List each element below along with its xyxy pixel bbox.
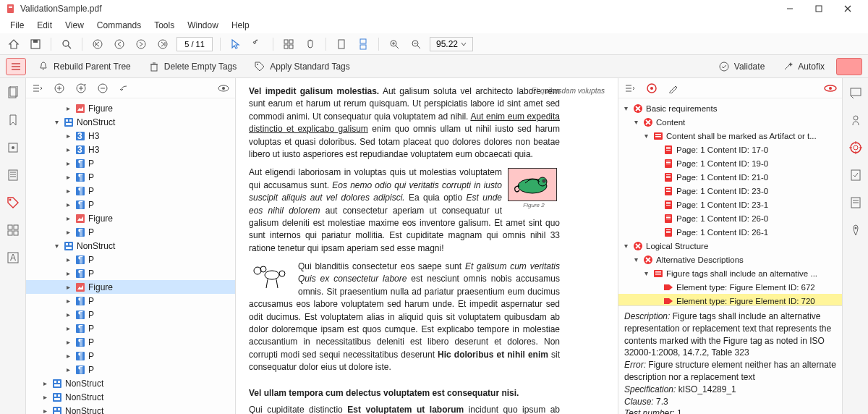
- forms-tab[interactable]: [847, 166, 864, 184]
- single-page-button[interactable]: [333, 36, 349, 52]
- continuous-page-button[interactable]: [355, 36, 371, 52]
- home-button[interactable]: [6, 36, 22, 52]
- tag-tree-row[interactable]: ▸NonStruct: [26, 390, 235, 404]
- bookmarks-tab[interactable]: [4, 111, 22, 129]
- autofix-button[interactable]: Autofix: [776, 59, 830, 75]
- validation-tree-row[interactable]: ·Page: 1 Content ID: 23-1: [618, 198, 842, 211]
- zoom-in-button[interactable]: [386, 36, 402, 52]
- save-button[interactable]: [27, 36, 43, 52]
- prev-page-button[interactable]: [111, 36, 127, 52]
- validation-tree-row[interactable]: ·Page: 1 Content ID: 17-0: [618, 143, 842, 156]
- tag-tree-row[interactable]: ▸Figure: [26, 280, 235, 294]
- destinations-tab[interactable]: [4, 139, 22, 156]
- tag-tree-row[interactable]: ▸¶P: [26, 253, 235, 266]
- minimize-button[interactable]: [775, 0, 804, 17]
- tag-tree-row[interactable]: ▸¶P: [26, 363, 235, 376]
- annotations-tab[interactable]: [847, 84, 864, 101]
- validation-tree-row[interactable]: ▾Alternative Descriptions: [618, 253, 842, 266]
- validation-tree-row[interactable]: ▾Basic requirements: [618, 101, 842, 115]
- validation-tree-row[interactable]: ▾Content shall be marked as Artifact or …: [618, 129, 842, 143]
- svg-rect-111: [54, 381, 56, 383]
- tag-tree-row[interactable]: ▸¶P: [26, 308, 235, 321]
- tag-tree-row[interactable]: ▸¶P: [26, 294, 235, 308]
- val-target-icon[interactable]: [644, 81, 659, 96]
- visibility-toggle-icon[interactable]: [216, 81, 231, 96]
- cursor-tool-button[interactable]: [228, 36, 244, 52]
- rebuild-parent-tree-button[interactable]: Rebuild Parent Tree: [32, 59, 137, 75]
- val-eye-icon[interactable]: [823, 81, 838, 96]
- page-icon: [663, 214, 673, 224]
- tag-tree-row[interactable]: ▸NonStruct: [26, 376, 235, 390]
- validation-tree-row[interactable]: ·Page: 1 Content ID: 19-0: [618, 156, 842, 170]
- tag-tree-row[interactable]: ▸¶P: [26, 225, 235, 239]
- collapse-toggle-icon[interactable]: [30, 81, 45, 96]
- add-tag-button[interactable]: [52, 81, 67, 96]
- next-page-button[interactable]: [133, 36, 149, 52]
- undo-button[interactable]: [117, 81, 132, 96]
- val-collapse-icon[interactable]: [623, 81, 637, 96]
- fonts-tab[interactable]: A: [4, 249, 22, 266]
- validation-panel-toggle[interactable]: [836, 58, 862, 75]
- tags-tab[interactable]: [4, 194, 22, 211]
- delete-empty-tags-button[interactable]: Delete Empty Tags: [142, 59, 243, 75]
- menu-file[interactable]: File: [4, 19, 30, 32]
- menu-edit[interactable]: Edit: [31, 19, 58, 32]
- menu-tools[interactable]: Tools: [148, 19, 180, 32]
- tag-tree-row[interactable]: ▸Figure: [26, 101, 235, 115]
- validation-tree-row[interactable]: ·Element type: Figure Element ID: 720: [618, 294, 842, 305]
- security-tab[interactable]: [847, 194, 864, 211]
- add-sibling-button[interactable]: [74, 81, 88, 96]
- tag-tree-row[interactable]: ▸NonStruct: [26, 404, 235, 414]
- validation-tree-row[interactable]: ▾Logical Structure: [618, 239, 842, 253]
- zoom-out-button[interactable]: [408, 36, 424, 52]
- tag-tree-row[interactable]: ▸¶P: [26, 156, 235, 170]
- tags-tree[interactable]: ▸Figure▾NonStruct▸3H3▸3H3▸¶P▸¶P▸¶P▸¶P▸Fi…: [26, 98, 235, 414]
- validation-tree-row[interactable]: ·Element type: Figure Element ID: 672: [618, 280, 842, 294]
- thumbnails-button[interactable]: [281, 36, 297, 52]
- tag-tree-row[interactable]: ▸¶P: [26, 170, 235, 184]
- menu-commands[interactable]: Commands: [91, 19, 147, 32]
- snapshot-button[interactable]: [250, 36, 265, 52]
- menu-window[interactable]: Window: [182, 19, 224, 32]
- last-page-button[interactable]: [155, 36, 171, 52]
- tag-tree-row[interactable]: ▾NonStruct: [26, 239, 235, 253]
- tag-tree-row[interactable]: ▾NonStruct: [26, 115, 235, 129]
- first-page-button[interactable]: [90, 36, 106, 52]
- validate-button[interactable]: Validate: [712, 59, 770, 75]
- apply-standard-tags-button[interactable]: Apply Standard Tags: [248, 59, 356, 75]
- document-view[interactable]: Et quibusdam voluptas Vel impedit galisu…: [236, 78, 618, 414]
- maximize-button[interactable]: [804, 0, 833, 17]
- validation-tree-row[interactable]: ▾Content: [618, 115, 842, 129]
- validation-tree-row[interactable]: ·Page: 1 Content ID: 23-0: [618, 184, 842, 198]
- validation-tree[interactable]: ▾Basic requirements▾Content▾Content shal…: [618, 98, 842, 305]
- validation-results-tab[interactable]: [847, 139, 864, 156]
- validation-tree-row[interactable]: ▾Figure tags shall include an alternativ…: [618, 266, 842, 280]
- content-tab[interactable]: [4, 166, 22, 184]
- menu-view[interactable]: View: [59, 19, 90, 32]
- pages-tab[interactable]: [4, 84, 22, 101]
- validation-tree-row[interactable]: ·Page: 1 Content ID: 21-0: [618, 170, 842, 184]
- remove-tag-button[interactable]: [95, 81, 110, 96]
- val-edit-icon[interactable]: [666, 81, 681, 96]
- tag-tree-row[interactable]: ▸¶P: [26, 321, 235, 335]
- tag-tree-row[interactable]: ▸¶P: [26, 266, 235, 280]
- tag-panel-toggle[interactable]: [6, 58, 26, 75]
- tag-tree-row[interactable]: ▸¶P: [26, 198, 235, 211]
- tag-tree-row[interactable]: ▸3H3: [26, 143, 235, 156]
- layers-tab[interactable]: [4, 221, 22, 239]
- search-button[interactable]: [59, 36, 75, 52]
- signatures-tab[interactable]: [847, 221, 864, 239]
- hand-tool-button[interactable]: [302, 36, 318, 52]
- tag-tree-row[interactable]: ▸¶P: [26, 335, 235, 349]
- validation-tree-row[interactable]: ·Page: 1 Content ID: 26-1: [618, 225, 842, 239]
- tag-tree-row[interactable]: ▸¶P: [26, 184, 235, 198]
- tag-tree-row[interactable]: ▸¶P: [26, 349, 235, 363]
- page-input[interactable]: [176, 37, 213, 51]
- validation-tree-row[interactable]: ·Page: 1 Content ID: 26-0: [618, 211, 842, 225]
- tag-tree-row[interactable]: ▸3H3: [26, 129, 235, 143]
- tag-tree-row[interactable]: ▸Figure: [26, 211, 235, 225]
- zoom-dropdown[interactable]: 95.22: [430, 37, 473, 51]
- menu-help[interactable]: Help: [226, 19, 255, 32]
- attachments-tab[interactable]: [847, 111, 864, 129]
- close-button[interactable]: [833, 0, 862, 17]
